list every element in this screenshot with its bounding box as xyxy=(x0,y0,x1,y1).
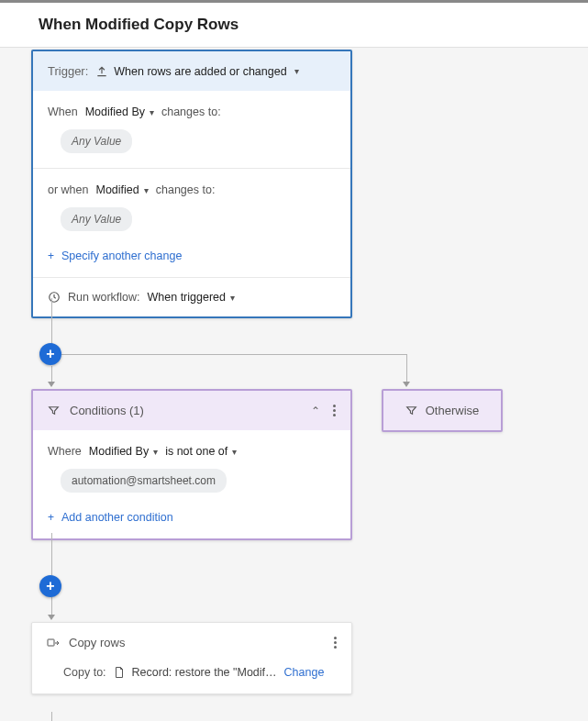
copy-to-label: Copy to: xyxy=(63,666,106,679)
connector-line xyxy=(51,597,52,615)
connector-line xyxy=(51,712,52,721)
arrow-down-icon xyxy=(48,615,55,620)
conditions-body: Where Modified By ▾ is not one of ▾ auto… xyxy=(33,430,350,538)
value-chip[interactable]: Any Value xyxy=(61,207,132,231)
sheet-icon xyxy=(114,666,127,679)
otherwise-label: Otherwise xyxy=(426,404,480,417)
arrow-down-icon xyxy=(403,382,410,387)
condition-operator-dropdown[interactable]: is not one of ▾ xyxy=(165,445,237,458)
action-title: Copy rows xyxy=(69,636,325,649)
condition-value-chip[interactable]: automation@smartsheet.com xyxy=(61,469,227,493)
connector-line xyxy=(61,354,406,355)
collapse-icon[interactable]: ⌃ xyxy=(311,405,320,417)
caret-down-icon: ▾ xyxy=(153,447,158,457)
connector-line xyxy=(406,354,407,382)
caret-down-icon: ▾ xyxy=(294,66,299,76)
trigger-footer: Run workflow: When triggered ▾ xyxy=(33,277,350,316)
add-condition-link[interactable]: + Add another condition xyxy=(48,511,336,524)
action-body: Copy to: Record: restore the "Modif… Cha… xyxy=(32,662,351,693)
changes-to-label: changes to: xyxy=(161,105,221,118)
value-chip[interactable]: Any Value xyxy=(61,129,132,153)
action-header: Copy rows xyxy=(32,623,351,662)
plus-icon: + xyxy=(48,250,54,262)
conditions-menu-button[interactable] xyxy=(333,405,336,416)
connector-line xyxy=(51,298,52,344)
connector-line xyxy=(51,366,52,382)
otherwise-card[interactable]: Otherwise xyxy=(382,389,503,432)
run-workflow-label: Run workflow: xyxy=(68,291,140,304)
action-menu-button[interactable] xyxy=(334,637,337,649)
change-destination-link[interactable]: Change xyxy=(284,666,325,679)
conditions-card: Conditions (1) ⌃ Where Modified By ▾ is … xyxy=(31,389,352,540)
condition-field-dropdown[interactable]: Modified By ▾ xyxy=(89,445,158,458)
upload-icon xyxy=(95,65,108,78)
specify-another-change-link[interactable]: + Specify another change xyxy=(48,250,336,262)
field-dropdown[interactable]: Modified ▾ xyxy=(95,183,148,196)
connector-line xyxy=(51,533,52,575)
clock-icon xyxy=(48,291,61,304)
changes-to-label: changes to: xyxy=(156,183,216,196)
trigger-change-row: or when Modified ▾ changes to: xyxy=(48,183,336,196)
conditions-title: Conditions (1) xyxy=(70,404,302,417)
or-when-label: or when xyxy=(48,183,88,196)
divider xyxy=(33,168,350,169)
arrow-down-icon xyxy=(48,382,55,387)
page-title: When Modified Copy Rows xyxy=(39,16,549,34)
workflow-canvas: Trigger: When rows are added or changed … xyxy=(0,48,588,721)
svg-rect-1 xyxy=(48,639,54,646)
header-bar: When Modified Copy Rows xyxy=(0,0,588,48)
run-workflow-dropdown[interactable]: When triggered ▾ xyxy=(148,291,236,304)
field-dropdown[interactable]: Modified By ▾ xyxy=(85,105,154,118)
add-step-button[interactable]: + xyxy=(39,575,61,597)
action-card: Copy rows Copy to: Record: restore the "… xyxy=(31,622,352,694)
destination-sheet: Record: restore the "Modif… xyxy=(114,666,277,679)
trigger-type-dropdown[interactable]: When rows are added or changed ▾ xyxy=(95,65,298,78)
caret-down-icon: ▾ xyxy=(144,185,149,195)
filter-icon xyxy=(48,405,61,417)
add-step-button[interactable]: + xyxy=(39,343,61,365)
condition-row: Where Modified By ▾ is not one of ▾ xyxy=(48,445,336,458)
trigger-body: When Modified By ▾ changes to: Any Value… xyxy=(33,91,350,277)
where-label: Where xyxy=(48,445,82,458)
plus-icon: + xyxy=(48,511,54,524)
copy-icon xyxy=(47,637,60,649)
trigger-header: Trigger: When rows are added or changed … xyxy=(33,51,350,91)
trigger-label: Trigger: xyxy=(48,64,88,78)
conditions-header: Conditions (1) ⌃ xyxy=(33,391,350,430)
caret-down-icon: ▾ xyxy=(230,293,235,303)
caret-down-icon: ▾ xyxy=(232,447,237,457)
when-label: When xyxy=(48,105,78,118)
filter-icon xyxy=(405,405,418,417)
trigger-card: Trigger: When rows are added or changed … xyxy=(31,50,352,318)
caret-down-icon: ▾ xyxy=(150,107,154,117)
trigger-change-row: When Modified By ▾ changes to: xyxy=(48,105,336,118)
